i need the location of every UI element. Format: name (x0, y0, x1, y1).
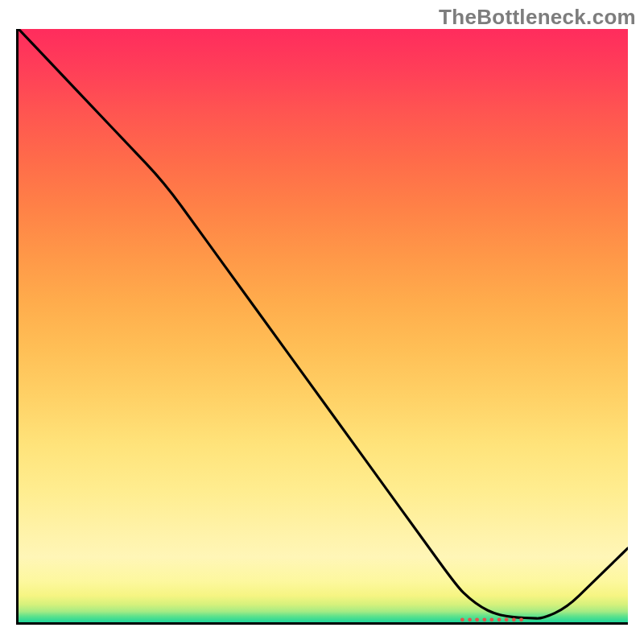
chart-frame: TheBottleneck.com ●●●●●●●●● (0, 0, 644, 644)
bottleneck-curve (19, 29, 628, 618)
watermark-text: TheBottleneck.com (439, 5, 636, 30)
plot-area: ●●●●●●●●● (16, 29, 628, 625)
curve-layer (19, 29, 628, 622)
optimum-marker: ●●●●●●●●● (460, 614, 526, 624)
